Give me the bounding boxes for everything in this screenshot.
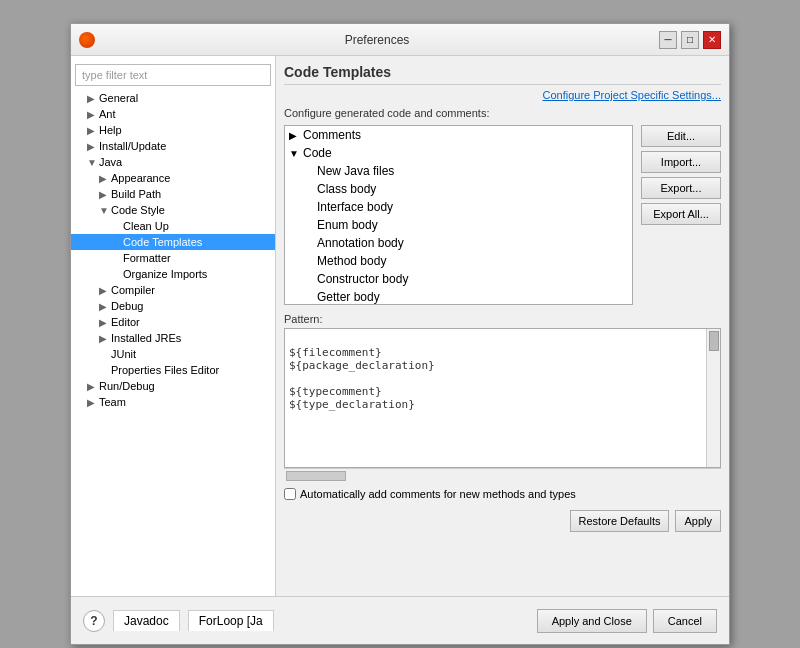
sidebar-item-clean-up[interactable]: Clean Up [71,218,275,234]
pattern-scrollbar[interactable] [706,329,720,467]
pattern-area[interactable]: ${filecomment} ${package_declaration} ${… [284,328,721,468]
template-item-label: Class body [317,182,376,196]
template-item-interface-body[interactable]: Interface body [285,198,632,216]
sidebar-item-label: Clean Up [123,220,169,232]
template-item-label: Annotation body [317,236,404,250]
sidebar-item-label: Compiler [111,284,155,296]
template-item-label: Code [303,146,332,160]
cancel-button[interactable]: Cancel [653,609,717,633]
sidebar-item-editor[interactable]: ▶ Editor [71,314,275,330]
sidebar-item-properties-file-editor[interactable]: Properties Files Editor [71,362,275,378]
template-item-method-body[interactable]: Method body [285,252,632,270]
scrollbar-thumb[interactable] [709,331,719,351]
window-body: ▶ General ▶ Ant ▶ Help ▶ Install/Update … [71,56,729,596]
arrow-icon: ▶ [87,125,99,136]
template-item-label: Getter body [317,290,380,304]
sidebar-item-install-update[interactable]: ▶ Install/Update [71,138,275,154]
sidebar-item-label: Properties Files Editor [111,364,219,376]
sidebar-item-compiler[interactable]: ▶ Compiler [71,282,275,298]
sidebar-item-label: Ant [99,108,116,120]
footer-tab-forloop[interactable]: ForLoop [Ja [188,610,274,631]
sidebar-item-java[interactable]: ▼ Java [71,154,275,170]
sidebar-item-label: Java [99,156,122,168]
arrow-icon: ▶ [99,285,111,296]
eclipse-icon [79,32,95,48]
apply-and-close-button[interactable]: Apply and Close [537,609,647,633]
sidebar-item-label: Appearance [111,172,170,184]
title-bar: Preferences ─ □ ✕ [71,24,729,56]
horizontal-scrollbar[interactable] [284,468,721,482]
window-controls: ─ □ ✕ [659,31,721,49]
sidebar-item-general[interactable]: ▶ General [71,90,275,106]
sidebar-item-debug[interactable]: ▶ Debug [71,298,275,314]
template-item-getter-body[interactable]: Getter body [285,288,632,305]
restore-defaults-button[interactable]: Restore Defaults [570,510,670,532]
apply-button[interactable]: Apply [675,510,721,532]
main-content: Code Templates Configure Project Specifi… [276,56,729,596]
export-button[interactable]: Export... [641,177,721,199]
sidebar-item-label: Run/Debug [99,380,155,392]
sidebar-item-code-templates[interactable]: Code Templates [71,234,275,250]
arrow-icon: ▶ [87,381,99,392]
template-item-enum-body[interactable]: Enum body [285,216,632,234]
maximize-button[interactable]: □ [681,31,699,49]
sidebar: ▶ General ▶ Ant ▶ Help ▶ Install/Update … [71,56,276,596]
template-item-comments[interactable]: ▶ Comments [285,126,632,144]
template-item-constructor-body[interactable]: Constructor body [285,270,632,288]
sidebar-item-junit[interactable]: JUnit [71,346,275,362]
close-button[interactable]: ✕ [703,31,721,49]
sidebar-item-label: Debug [111,300,143,312]
config-link[interactable]: Configure Project Specific Settings... [284,89,721,101]
sidebar-item-label: Organize Imports [123,268,207,280]
sidebar-item-help[interactable]: ▶ Help [71,122,275,138]
template-tree[interactable]: ▶ Comments ▼ Code New Java files Class b… [284,125,633,305]
template-item-annotation-body[interactable]: Annotation body [285,234,632,252]
arrow-icon: ▶ [289,130,303,141]
template-item-class-body[interactable]: Class body [285,180,632,198]
sidebar-item-label: Code Style [111,204,165,216]
sidebar-item-label: General [99,92,138,104]
import-button[interactable]: Import... [641,151,721,173]
footer-left: ? Javadoc ForLoop [Ja [83,610,274,632]
sidebar-item-formatter[interactable]: Formatter [71,250,275,266]
footer-tab-label: ForLoop [Ja [199,614,263,628]
sidebar-item-installed-jres[interactable]: ▶ Installed JREs [71,330,275,346]
bottom-buttons: Restore Defaults Apply [284,510,721,532]
arrow-icon: ▶ [99,317,111,328]
template-item-code[interactable]: ▼ Code [285,144,632,162]
footer-tab-javadoc[interactable]: Javadoc [113,610,180,631]
arrow-icon: ▶ [99,189,111,200]
minimize-button[interactable]: ─ [659,31,677,49]
sidebar-item-appearance[interactable]: ▶ Appearance [71,170,275,186]
arrow-icon: ▶ [99,173,111,184]
sidebar-item-label: Installed JREs [111,332,181,344]
sidebar-item-ant[interactable]: ▶ Ant [71,106,275,122]
sidebar-item-organize-imports[interactable]: Organize Imports [71,266,275,282]
section-title: Code Templates [284,64,721,85]
auto-comments-checkbox[interactable] [284,488,296,500]
preferences-window: Preferences ─ □ ✕ ▶ General ▶ Ant ▶ Help [70,23,730,645]
sidebar-item-code-style[interactable]: ▼ Code Style [71,202,275,218]
template-item-new-java-files[interactable]: New Java files [285,162,632,180]
sidebar-item-label: Code Templates [123,236,202,248]
arrow-icon: ▶ [87,93,99,104]
filter-input[interactable] [75,64,271,86]
hscroll-thumb[interactable] [286,471,346,481]
arrow-icon: ▼ [289,148,303,159]
pattern-content: ${filecomment} ${package_declaration} ${… [289,333,716,411]
template-item-label: Method body [317,254,386,268]
sidebar-item-team[interactable]: ▶ Team [71,394,275,410]
edit-button[interactable]: Edit... [641,125,721,147]
auto-comments-label: Automatically add comments for new metho… [300,488,576,500]
sidebar-item-run-debug[interactable]: ▶ Run/Debug [71,378,275,394]
help-button[interactable]: ? [83,610,105,632]
config-description: Configure generated code and comments: [284,107,721,119]
footer-right: Apply and Close Cancel [537,609,717,633]
sidebar-item-build-path[interactable]: ▶ Build Path [71,186,275,202]
arrow-icon: ▼ [99,205,111,216]
export-all-button[interactable]: Export All... [641,203,721,225]
sidebar-item-label: Formatter [123,252,171,264]
sidebar-item-label: Team [99,396,126,408]
pattern-label: Pattern: [284,313,721,325]
arrow-icon: ▶ [99,301,111,312]
